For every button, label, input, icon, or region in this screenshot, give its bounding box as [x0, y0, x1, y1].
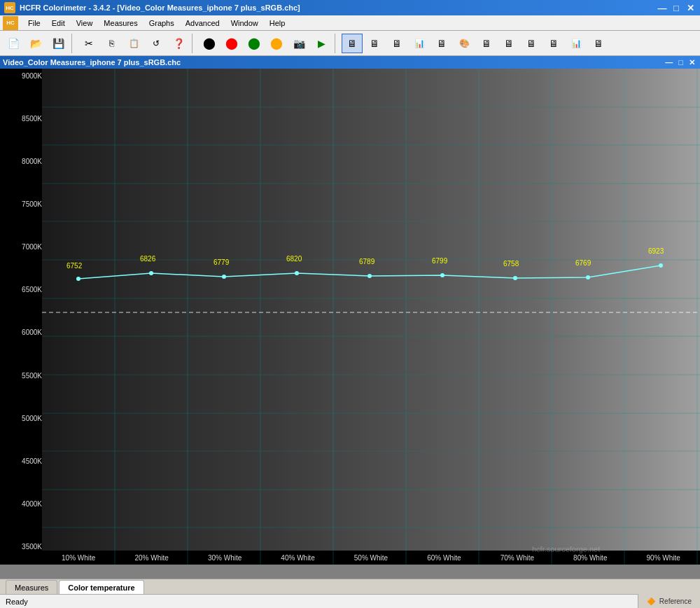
- toolbar-view-7[interactable]: 🖥: [476, 34, 497, 53]
- y-label-5000: 5000K: [3, 415, 42, 422]
- toolbar-save[interactable]: 💾: [48, 34, 69, 53]
- toolbar-measure-black[interactable]: ⬤: [199, 34, 220, 53]
- y-label-7500: 7500K: [3, 200, 42, 208]
- toolbar-view-8[interactable]: 🖥: [498, 34, 519, 53]
- toolbar: 📄 📂 💾 ✂ ⎘ 📋 ↺ ❓ ⬤ ⬤ ⬤ ⬤ 📷 ▶ 🖥 🖥 🖥 📊 🖥 🎨 …: [0, 31, 700, 56]
- app-menu-logo: HC: [3, 16, 18, 30]
- toolbar-cut[interactable]: ✂: [78, 34, 99, 53]
- toolbar-refresh[interactable]: ↺: [146, 34, 167, 53]
- y-label-8000: 8000K: [3, 158, 42, 165]
- child-restore[interactable]: □: [676, 58, 685, 67]
- x-label-40: 40% White: [261, 554, 334, 562]
- child-close[interactable]: ✕: [687, 58, 697, 67]
- child-titlebar: Video_Color Measures_iphone 7 plus_sRGB.…: [0, 56, 700, 69]
- chart-area: 9000K 8500K 8000K 7500K 7000K 6500K 6000…: [0, 69, 700, 565]
- window-controls: — □ ✕: [657, 2, 696, 13]
- toolbar-view-12[interactable]: 🖥: [588, 34, 609, 53]
- x-label-20: 20% White: [115, 554, 188, 562]
- close-button[interactable]: ✕: [685, 2, 696, 13]
- menu-measures[interactable]: Measures: [98, 18, 143, 29]
- y-label-6500: 6500K: [3, 286, 42, 293]
- x-label-30: 30% White: [188, 554, 261, 562]
- reference-indicator: 🔶 Reference: [638, 594, 700, 608]
- status-bar: Ready 🔶 Reference: [0, 594, 700, 608]
- minimize-button[interactable]: —: [657, 2, 668, 13]
- toolbar-view-3[interactable]: 🖥: [386, 34, 407, 53]
- reference-icon: 🔶: [647, 597, 655, 605]
- toolbar-camera[interactable]: 📷: [288, 34, 309, 53]
- x-label-50: 50% White: [335, 554, 407, 562]
- toolbar-view-6[interactable]: 🎨: [454, 34, 475, 53]
- y-label-6000: 6000K: [3, 329, 42, 336]
- y-label-3500: 3500K: [3, 543, 42, 551]
- menu-bar: HC File Edit View Measures Graphs Advanc…: [0, 15, 700, 31]
- y-label-8500: 8500K: [3, 115, 42, 123]
- toolbar-copy[interactable]: ⎘: [101, 34, 122, 53]
- menu-edit[interactable]: Edit: [46, 18, 71, 29]
- tab-bar: Measures Color temperature: [0, 579, 700, 594]
- x-axis: 10% White 20% White 30% White 40% White …: [42, 551, 700, 565]
- toolbar-paste[interactable]: 📋: [123, 34, 144, 53]
- y-axis: 9000K 8500K 8000K 7500K 7000K 6500K 6000…: [0, 69, 42, 565]
- menu-graphs[interactable]: Graphs: [144, 18, 180, 29]
- menu-help[interactable]: Help: [264, 18, 291, 29]
- child-minimize[interactable]: —: [663, 58, 675, 67]
- toolbar-view-11[interactable]: 📊: [566, 34, 587, 53]
- x-label-80: 80% White: [554, 554, 626, 562]
- toolbar-view-2[interactable]: 🖥: [364, 34, 385, 53]
- toolbar-help[interactable]: ❓: [168, 34, 189, 53]
- toolbar-view-10[interactable]: 🖥: [543, 34, 564, 53]
- y-label-4500: 4500K: [3, 457, 42, 465]
- toolbar-open[interactable]: 📂: [25, 34, 46, 53]
- child-window: Video_Color Measures_iphone 7 plus_sRGB.…: [0, 56, 700, 565]
- y-label-9000: 9000K: [3, 72, 42, 80]
- toolbar-play[interactable]: ▶: [311, 34, 332, 53]
- x-label-10: 10% White: [42, 554, 115, 562]
- menu-view[interactable]: View: [71, 18, 99, 29]
- tab-color-temperature[interactable]: Color temperature: [59, 580, 144, 594]
- y-label-5500: 5500K: [3, 372, 42, 380]
- x-label-60: 60% White: [407, 554, 480, 562]
- toolbar-view-5[interactable]: 🖥: [431, 34, 452, 53]
- maximize-button[interactable]: □: [671, 2, 682, 13]
- toolbar-measure-multi[interactable]: ⬤: [266, 34, 287, 53]
- separator-1: [71, 34, 76, 53]
- toolbar-view-1[interactable]: 🖥: [342, 34, 363, 53]
- x-label-70: 70% White: [481, 554, 554, 562]
- menu-window[interactable]: Window: [225, 18, 264, 29]
- app-title: HCFR Colorimeter - 3.4.2 - [Video_Color …: [20, 4, 300, 12]
- toolbar-measure-green[interactable]: ⬤: [244, 34, 265, 53]
- reference-label: Reference: [659, 597, 692, 605]
- mdi-area: Video_Color Measures_iphone 7 plus_sRGB.…: [0, 56, 700, 594]
- child-window-title: Video_Color Measures_iphone 7 plus_sRGB.…: [3, 58, 181, 67]
- toolbar-view-4[interactable]: 📊: [409, 34, 430, 53]
- tab-measures[interactable]: Measures: [6, 580, 57, 594]
- y-label-7000: 7000K: [3, 243, 42, 251]
- separator-2: [192, 34, 196, 53]
- app-icon: HC: [4, 2, 15, 13]
- separator-3: [335, 34, 339, 53]
- toolbar-measure-red[interactable]: ⬤: [221, 34, 242, 53]
- title-bar: HC HCFR Colorimeter - 3.4.2 - [Video_Col…: [0, 0, 700, 15]
- x-label-90: 90% White: [627, 554, 700, 562]
- menu-advanced[interactable]: Advanced: [180, 18, 225, 29]
- toolbar-view-9[interactable]: 🖥: [521, 34, 542, 53]
- status-text: Ready: [6, 597, 28, 606]
- y-label-4000: 4000K: [3, 500, 42, 508]
- toolbar-new[interactable]: 📄: [3, 34, 24, 53]
- menu-file[interactable]: File: [22, 18, 46, 29]
